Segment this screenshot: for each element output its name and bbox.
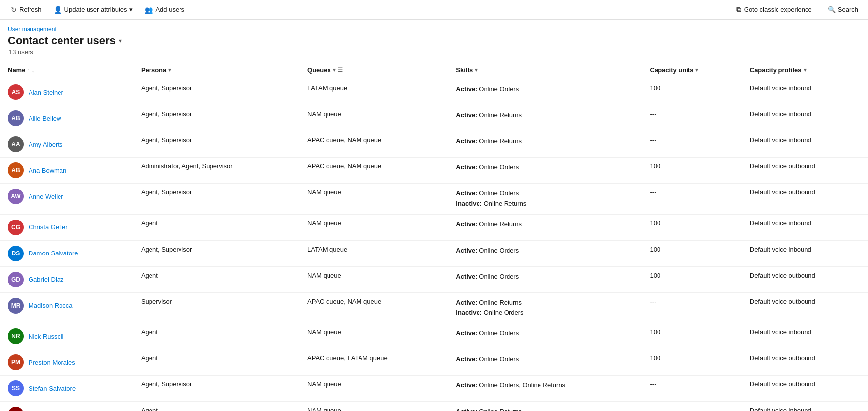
user-name-cell: SS Stefan Salvatore bbox=[0, 376, 133, 402]
user-name-link[interactable]: Ana Bowman bbox=[29, 167, 66, 174]
table-header: Name ↑ ↓ Persona ▾ Queues ▾ ☰ bbox=[0, 62, 868, 79]
skill-status: Active: bbox=[456, 355, 477, 363]
table-row: GD Gabriel Diaz AgentNAM queueActive: On… bbox=[0, 266, 868, 292]
skill-name: Online Orders bbox=[479, 85, 519, 93]
user-capacity-profiles-cell: Default voice outbound bbox=[742, 184, 868, 215]
avatar: DS bbox=[8, 246, 24, 261]
refresh-button[interactable]: ↻ Refresh bbox=[6, 4, 47, 16]
page-title-chevron-icon[interactable]: ▾ bbox=[119, 37, 122, 45]
user-capacity-units-cell: 100 bbox=[642, 79, 742, 105]
col-persona: Persona ▾ bbox=[133, 62, 299, 79]
skill-entry: Inactive: Online Orders bbox=[456, 308, 634, 318]
capacity-units-chevron-icon[interactable]: ▾ bbox=[695, 67, 698, 73]
goto-classic-button[interactable]: ⧉ Goto classic experience bbox=[732, 3, 816, 16]
user-persona-cell: Agent, Supervisor bbox=[133, 105, 299, 131]
table-row: AW Anne Weiler Agent, SupervisorNAM queu… bbox=[0, 184, 868, 215]
user-name-cell: NR Nick Russell bbox=[0, 323, 133, 349]
queues-filter-icon[interactable]: ☰ bbox=[338, 67, 343, 73]
user-queues-cell: APAC queue, NAM queue bbox=[299, 131, 448, 158]
skill-entry: Active: Online Orders bbox=[456, 328, 634, 339]
user-name-link[interactable]: Allie Bellew bbox=[29, 115, 61, 122]
user-name-link[interactable]: Anne Weiler bbox=[29, 193, 63, 200]
skill-status: Active: bbox=[456, 163, 477, 171]
user-name-link[interactable]: Gabriel Diaz bbox=[29, 276, 64, 283]
skill-entry: Active: Online Returns bbox=[456, 407, 634, 411]
avatar: CG bbox=[8, 220, 24, 235]
user-capacity-profiles-cell: Default voice outbound bbox=[742, 292, 868, 323]
user-persona-cell: Agent, Supervisor bbox=[133, 376, 299, 402]
user-persona-cell: Agent, Supervisor bbox=[133, 240, 299, 266]
queues-chevron-icon[interactable]: ▾ bbox=[333, 67, 336, 73]
user-capacity-profiles-cell: Default voice outbound bbox=[742, 376, 868, 402]
skill-entry: Active: Online Orders bbox=[456, 84, 634, 95]
capacity-profiles-chevron-icon[interactable]: ▾ bbox=[804, 67, 807, 73]
user-name-cell: AW Anne Weiler bbox=[0, 184, 133, 215]
avatar: AA bbox=[8, 136, 24, 152]
col-name-label: Name bbox=[8, 66, 25, 74]
name-sort-desc-icon[interactable]: ↓ bbox=[32, 67, 35, 73]
user-name-link[interactable]: Christa Geller bbox=[29, 223, 67, 231]
skill-entry: Inactive: Online Returns bbox=[456, 199, 634, 209]
skill-name: Online Orders, Online Returns bbox=[479, 381, 565, 389]
user-name-link[interactable]: Stefan Salvatore bbox=[29, 385, 76, 392]
user-name-link[interactable]: Alan Steiner bbox=[29, 89, 63, 96]
skill-status: Active: bbox=[456, 299, 477, 306]
user-persona-cell: Agent bbox=[133, 402, 299, 411]
col-capacity-profiles-label: Capacity profiles bbox=[750, 66, 802, 74]
user-skills-cell: Active: Online Orders bbox=[448, 158, 642, 184]
user-skills-cell: Active: Online Returns bbox=[448, 131, 642, 158]
skill-status: Inactive: bbox=[456, 200, 482, 207]
user-skills-cell: Active: Online OrdersInactive: Online Re… bbox=[448, 184, 642, 215]
user-name-link[interactable]: Nick Russell bbox=[29, 333, 64, 340]
user-skills-cell: Active: Online Orders bbox=[448, 266, 642, 292]
breadcrumb[interactable]: User management bbox=[8, 26, 860, 32]
table-row: AB Ana Bowman Administrator, Agent, Supe… bbox=[0, 158, 868, 184]
user-queues-cell: LATAM queue bbox=[299, 240, 448, 266]
user-persona-cell: Agent, Supervisor bbox=[133, 184, 299, 215]
user-capacity-profiles-cell: Default voice inbound bbox=[742, 402, 868, 411]
skills-chevron-icon[interactable]: ▾ bbox=[475, 67, 478, 73]
user-persona-cell: Agent bbox=[133, 214, 299, 240]
add-users-icon: 👥 bbox=[145, 6, 153, 14]
search-button[interactable]: 🔍 Search bbox=[824, 4, 862, 15]
name-cell-inner: AW Anne Weiler bbox=[8, 189, 125, 204]
skill-status: Active: bbox=[456, 329, 477, 337]
persona-chevron-icon[interactable]: ▾ bbox=[168, 67, 171, 73]
page-title-row: Contact center users ▾ bbox=[8, 34, 860, 47]
user-capacity-units-cell: --- bbox=[642, 402, 742, 411]
skill-status: Active: bbox=[456, 190, 477, 197]
add-users-button[interactable]: 👥 Add users bbox=[140, 4, 189, 16]
name-cell-inner: XB Xander Bly bbox=[8, 407, 125, 411]
name-cell-inner: SS Stefan Salvatore bbox=[8, 380, 125, 396]
skill-name: Online Orders bbox=[484, 309, 524, 316]
user-queues-cell: NAM queue bbox=[299, 323, 448, 349]
name-cell-inner: GD Gabriel Diaz bbox=[8, 272, 125, 287]
user-capacity-units-cell: --- bbox=[642, 105, 742, 131]
table-row: AB Allie Bellew Agent, SupervisorNAM que… bbox=[0, 105, 868, 131]
user-name-cell: AS Alan Steiner bbox=[0, 79, 133, 105]
user-queues-cell: NAM queue bbox=[299, 402, 448, 411]
skill-entry: Active: Online Orders bbox=[456, 272, 634, 282]
avatar: PM bbox=[8, 354, 24, 370]
skill-name: Online Orders bbox=[479, 273, 519, 280]
user-capacity-units-cell: --- bbox=[642, 184, 742, 215]
user-name-link[interactable]: Damon Salvatore bbox=[29, 250, 78, 257]
skill-name: Online Returns bbox=[479, 299, 522, 306]
user-name-link[interactable]: Madison Rocca bbox=[29, 302, 73, 309]
name-cell-inner: AA Amy Alberts bbox=[8, 136, 125, 152]
user-name-cell: AB Allie Bellew bbox=[0, 105, 133, 131]
avatar: XB bbox=[8, 407, 24, 411]
table-row: DS Damon Salvatore Agent, SupervisorLATA… bbox=[0, 240, 868, 266]
table-row: CG Christa Geller AgentNAM queueActive: … bbox=[0, 214, 868, 240]
user-name-link[interactable]: Preston Morales bbox=[29, 359, 75, 366]
user-capacity-profiles-cell: Default voice inbound bbox=[742, 323, 868, 349]
skill-name: Online Returns bbox=[479, 408, 522, 411]
skill-status: Inactive: bbox=[456, 309, 482, 316]
user-name-link[interactable]: Amy Alberts bbox=[29, 141, 62, 148]
update-user-attributes-button[interactable]: 👤 Update user attributes ▾ bbox=[49, 4, 138, 16]
name-sort-asc-icon[interactable]: ↑ bbox=[27, 67, 30, 73]
skill-name: Online Orders bbox=[479, 163, 519, 171]
search-icon: 🔍 bbox=[828, 6, 836, 13]
user-capacity-profiles-cell: Default voice inbound bbox=[742, 105, 868, 131]
user-capacity-units-cell: 100 bbox=[642, 240, 742, 266]
